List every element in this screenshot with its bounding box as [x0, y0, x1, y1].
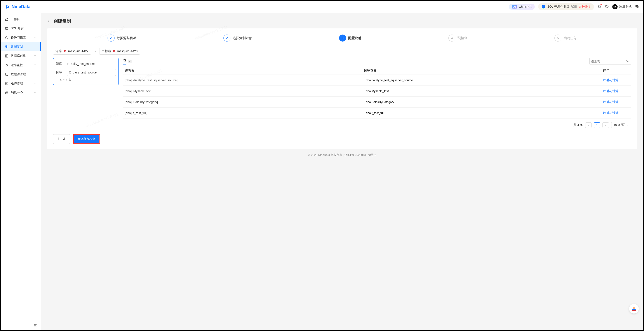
source-endpoint: 源端 mssql-61-1422 — [53, 48, 91, 55]
search-icon — [626, 60, 629, 62]
target-label: 目标端 — [102, 49, 111, 53]
step-pending: 4预检查 — [448, 34, 467, 42]
chevron-down-icon — [34, 27, 36, 30]
target-table-input[interactable] — [364, 77, 591, 83]
sidebar-item-compare[interactable]: 数据库对比 — [1, 52, 41, 60]
source-value: mssql-61-1422 — [68, 50, 88, 53]
svg-point-15 — [69, 71, 71, 72]
col-target: 目标表名 — [364, 68, 603, 72]
prev-step-button[interactable]: 上一步 — [53, 134, 70, 144]
sidebar-item-label: 工作台 — [11, 17, 20, 21]
step-label: 启动任务 — [564, 36, 577, 40]
chatdba-pill[interactable]: AI ChatDBA — [509, 4, 534, 10]
sidebar-item-label: 数据库对比 — [11, 54, 26, 58]
save-precheck-button[interactable]: 保存并预检查 — [74, 135, 99, 143]
sidebar-item-datasource[interactable]: 数据源管理 — [1, 70, 41, 79]
source-table-name: [dbo].[MyTable_text] — [125, 90, 364, 93]
chevron-down-icon — [626, 124, 629, 126]
globe-icon — [541, 4, 546, 9]
sql-edition-pill[interactable]: SQL 开发企业版 试用 去升级！ — [538, 3, 594, 10]
back-arrow-icon[interactable]: ← — [47, 19, 51, 24]
support-float-button[interactable] — [629, 304, 639, 314]
object-count: 共 5 个对象 — [56, 78, 116, 82]
chatdba-label: ChatDBA — [519, 5, 532, 8]
step-circle — [108, 34, 114, 42]
brand-text: NineData — [12, 4, 30, 9]
user-menu[interactable]: TEST 玖章测试 — [612, 4, 632, 10]
target-table-input[interactable] — [364, 110, 591, 116]
main-content: ninedata-test1 8321 ninedata-test1 8321 … — [41, 13, 643, 330]
target-table-input[interactable] — [364, 99, 591, 105]
svg-point-14 — [67, 63, 69, 64]
page-1-button[interactable]: 1 — [594, 122, 600, 128]
col-source: 源表名 — [125, 68, 364, 72]
chevron-down-icon — [34, 64, 36, 67]
svg-rect-8 — [7, 55, 8, 57]
pagination: 共 4 条 < 1 > 10 条/页 — [123, 122, 631, 128]
chevron-down-icon — [34, 91, 36, 94]
chevron-down-icon — [34, 54, 36, 58]
search-button[interactable] — [624, 58, 631, 64]
mapping-filter-link[interactable]: 映射与过滤 — [603, 100, 629, 104]
table-header: 源表名 目标表名 操作 — [123, 66, 631, 75]
source-table-name: [dbo].[SalesByCategory] — [125, 100, 364, 104]
sidebar-item-backup[interactable]: 备份与恢复 — [1, 33, 41, 42]
source-label: 源端 — [56, 49, 62, 53]
svg-point-17 — [633, 307, 635, 309]
arrow-icon: → — [94, 50, 96, 53]
language-icon[interactable] — [635, 4, 639, 9]
upgrade-link[interactable]: 去升级！ — [579, 5, 591, 9]
sqlserver-icon — [64, 50, 66, 53]
target-db-input[interactable]: daily_test_source — [67, 69, 116, 76]
search-input[interactable] — [589, 58, 624, 64]
mapping-filter-link[interactable]: 映射与过滤 — [603, 111, 629, 115]
page-size-select[interactable]: 10 条/页 — [611, 122, 631, 128]
tab-tables[interactable]: 表 — [123, 58, 126, 64]
source-db-value: daily_test_source — [67, 61, 116, 67]
table-row: [dbo].[SalesByCategory]映射与过滤 — [123, 97, 631, 108]
account-icon — [5, 82, 8, 85]
sidebar-item-message[interactable]: 消息中心 — [1, 88, 41, 97]
col-action: 操作 — [603, 68, 629, 72]
step-circle — [224, 34, 230, 42]
message-icon — [5, 91, 8, 94]
prev-page-button[interactable]: < — [585, 122, 592, 128]
table-row: [dbo].[MyTable_text]映射与过滤 — [123, 86, 631, 97]
backup-icon — [5, 36, 8, 39]
step-label: 预检查 — [458, 36, 467, 40]
sidebar-item-home[interactable]: 工作台 — [1, 15, 41, 24]
step-pending: 5启动任务 — [554, 34, 577, 42]
datasource-icon — [5, 72, 8, 76]
copy-icon — [5, 45, 8, 48]
notification-icon[interactable] — [598, 4, 601, 9]
table-row: [dbo].[datatype_test_sqlserver_source]映射… — [123, 75, 631, 86]
support-agent-icon — [631, 306, 637, 312]
sidebar-item-monitor[interactable]: 运维监控 — [1, 60, 41, 70]
step-label: 数据源与目标 — [117, 36, 136, 40]
source-table-name: [dbo].[datatype_test_sqlserver_source] — [125, 78, 364, 82]
tab-count-badge: 4 — [128, 60, 132, 63]
sidebar-item-label: 账户管理 — [11, 82, 23, 86]
wizard-steps: 数据源与目标选择复制对象3配置映射4预检查5启动任务 — [53, 34, 631, 42]
svg-rect-7 — [6, 55, 7, 57]
sidebar-item-label: 消息中心 — [11, 91, 23, 95]
target-endpoint: 目标端 mssql-61-1423 — [99, 48, 140, 55]
brand-logo[interactable]: NineData — [5, 4, 30, 10]
save-button-highlight: 保存并预检查 — [73, 134, 100, 144]
step-done: 选择复制对象 — [224, 34, 252, 42]
mapping-filter-link[interactable]: 映射与过滤 — [603, 89, 629, 93]
sidebar-item-sql[interactable]: SQL 开发 — [1, 24, 41, 33]
step-label: 配置映射 — [348, 36, 361, 40]
icp-link[interactable]: 浙ICP备2022013170号-2 — [344, 153, 376, 156]
collapse-sidebar-icon[interactable] — [34, 324, 37, 328]
mapping-filter-link[interactable]: 映射与过滤 — [603, 78, 629, 82]
logo-icon — [5, 4, 10, 10]
sql-edition-label: SQL 开发企业版 — [548, 5, 570, 9]
sidebar-item-copy[interactable]: 数据复制 — [1, 42, 41, 52]
sidebar-item-account[interactable]: 账户管理 — [1, 79, 41, 88]
next-page-button[interactable]: > — [602, 122, 609, 128]
database-panel[interactable]: 源库 daily_test_source 目标 daily_test_sourc… — [53, 58, 119, 85]
svg-point-10 — [6, 73, 8, 74]
help-icon[interactable] — [605, 4, 609, 9]
target-table-input[interactable] — [364, 88, 591, 94]
